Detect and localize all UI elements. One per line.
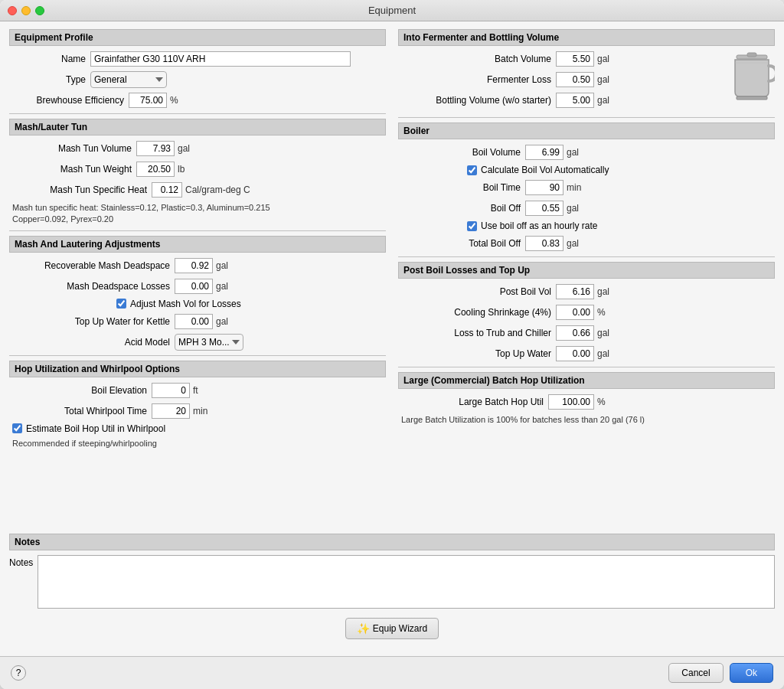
loss-trub-input[interactable]: [556, 325, 594, 341]
cooling-input[interactable]: [556, 305, 594, 320]
total-boil-off-label: Total Boil Off: [398, 238, 521, 249]
topup-input[interactable]: [175, 314, 213, 329]
post-boil-vol-input[interactable]: [556, 284, 594, 299]
batch-volume-label: Batch Volume: [398, 54, 551, 64]
calc-auto-row: Calculate Boil Vol Automatically: [467, 165, 775, 175]
notes-header: Notes: [9, 534, 775, 550]
adjust-checkbox[interactable]: [116, 299, 126, 309]
maximize-button[interactable]: [35, 6, 44, 15]
elevation-input[interactable]: [152, 383, 190, 398]
mash-weight-input[interactable]: [136, 162, 175, 177]
mash-weight-label: Mash Tun Weight: [9, 164, 132, 175]
hourly-rate-checkbox[interactable]: [467, 221, 477, 231]
util-unit: %: [597, 397, 606, 407]
losses-label: Mash Deadspace Losses: [9, 281, 170, 292]
bottling-unit: gal: [597, 95, 609, 106]
cancel-button[interactable]: Cancel: [668, 663, 723, 683]
mash-lauter-header: Mash/Lauter Tun: [9, 119, 386, 136]
topup-row: Top Up Water for Kettle gal: [9, 313, 386, 330]
minimize-button[interactable]: [21, 6, 31, 15]
deadspace-unit: gal: [216, 260, 228, 271]
calc-auto-checkbox[interactable]: [467, 165, 477, 175]
window-title: Equipment: [368, 5, 416, 16]
svg-rect-1: [747, 53, 756, 57]
efficiency-unit: %: [170, 95, 178, 106]
efficiency-input[interactable]: [129, 93, 167, 108]
acid-label: Acid Model: [9, 337, 170, 348]
batch-volume-input[interactable]: [556, 51, 594, 67]
kettle-icon: [729, 52, 775, 102]
deadspace-input[interactable]: [175, 258, 213, 273]
boil-volume-label: Boil Volume: [398, 147, 521, 158]
name-input[interactable]: [90, 51, 351, 67]
right-panel: Into Fermenter and Bottling Volume Batch…: [398, 29, 775, 529]
fermenter-loss-unit: gal: [597, 74, 609, 85]
efficiency-row: Brewhouse Efficiency %: [9, 92, 386, 109]
estimate-checkbox[interactable]: [12, 423, 22, 433]
mash-volume-unit: gal: [178, 143, 190, 154]
acid-row: Acid Model MPH 3 Mo... Fixed Lactic Phos…: [9, 334, 386, 351]
util-row: Large Batch Hop Util %: [398, 393, 775, 410]
boil-off-label: Boil Off: [398, 203, 521, 214]
fermenter-loss-input[interactable]: [556, 72, 594, 87]
notes-textarea[interactable]: [38, 555, 775, 609]
mash-volume-label: Mash Tun Volume: [9, 143, 132, 154]
whirlpool-input[interactable]: [152, 403, 190, 419]
help-button[interactable]: ?: [11, 665, 26, 681]
main-two-col: Equipment Profile Name Type General All …: [9, 29, 775, 529]
hop-utilization-header: Hop Utilization and Whirlpool Options: [9, 361, 386, 377]
total-boil-off-unit: gal: [567, 238, 579, 249]
cooling-row: Cooling Shrinkage (4%) %: [398, 304, 775, 321]
bottling-row: Bottling Volume (w/o starter) gal: [398, 92, 723, 109]
estimate-checkbox-label: Estimate Boil Hop Util in Whirlpool: [26, 423, 165, 434]
help-label: ?: [16, 668, 21, 678]
close-button[interactable]: [8, 6, 17, 15]
hourly-rate-row: Use boil off as an hourly rate: [467, 220, 775, 231]
hourly-rate-label: Use boil off as an hourly rate: [481, 220, 598, 231]
adjust-checkbox-row: Adjust Mash Vol for Losses: [116, 299, 386, 309]
wizard-button[interactable]: ✨ Equip Wizard: [345, 618, 439, 639]
top-up-water-unit: gal: [597, 348, 609, 359]
name-row: Name: [9, 51, 386, 67]
boil-off-row: Boil Off gal: [398, 200, 775, 217]
batch-volume-row: Batch Volume gal: [398, 51, 723, 67]
top-up-water-input[interactable]: [556, 346, 594, 361]
ok-button[interactable]: Ok: [730, 663, 773, 683]
mash-weight-unit: lb: [178, 164, 185, 175]
specific-heat-unit: Cal/gram-deg C: [185, 184, 250, 195]
mash-volume-input[interactable]: [136, 141, 175, 156]
wizard-button-label: Equip Wizard: [373, 623, 427, 634]
boil-time-input[interactable]: [525, 180, 564, 195]
footer-bar: ? Cancel Ok: [0, 656, 784, 689]
specific-heat-input[interactable]: [152, 182, 182, 198]
post-boil-vol-unit: gal: [597, 286, 609, 297]
type-row: Type General All Grain Extract Partial M…: [9, 71, 386, 88]
kettle-image: [729, 52, 775, 104]
deadspace-label: Recoverable Mash Deadspace: [9, 260, 170, 271]
main-window: Equipment Equipment Profile Name Type Ge…: [0, 0, 784, 689]
cooling-unit: %: [597, 307, 606, 318]
boil-time-unit: min: [567, 182, 581, 193]
large-batch-note: Large Batch Utilization is 100% for batc…: [401, 414, 775, 426]
boil-off-input[interactable]: [525, 201, 564, 216]
fermenter-loss-label: Fermenter Loss: [398, 74, 551, 85]
boil-volume-input[interactable]: [525, 145, 564, 160]
bottling-input[interactable]: [556, 93, 594, 108]
loss-trub-unit: gal: [597, 328, 609, 338]
total-boil-off-row: Total Boil Off gal: [398, 235, 775, 252]
type-select[interactable]: General All Grain Extract Partial Mash: [90, 71, 167, 88]
losses-input[interactable]: [175, 279, 213, 294]
recommend-text: Recommended if steeping/whirlpooling: [12, 438, 386, 449]
type-label: Type: [9, 74, 86, 85]
whirlpool-row: Total Whirlpool Time min: [9, 403, 386, 420]
whirlpool-unit: min: [193, 406, 207, 416]
util-input[interactable]: [548, 394, 594, 410]
total-boil-off-input[interactable]: [525, 236, 564, 251]
specific-heat-row: Mash Tun Specific Heat Cal/gram-deg C: [9, 181, 386, 198]
footer-buttons: Cancel Ok: [668, 663, 773, 683]
fermenter-loss-row: Fermenter Loss gal: [398, 71, 723, 88]
elevation-row: Boil Elevation ft: [9, 382, 386, 399]
mash-weight-row: Mash Tun Weight lb: [9, 161, 386, 178]
acid-select[interactable]: MPH 3 Mo... Fixed Lactic Phosphoric: [175, 334, 243, 351]
elevation-label: Boil Elevation: [9, 385, 147, 396]
